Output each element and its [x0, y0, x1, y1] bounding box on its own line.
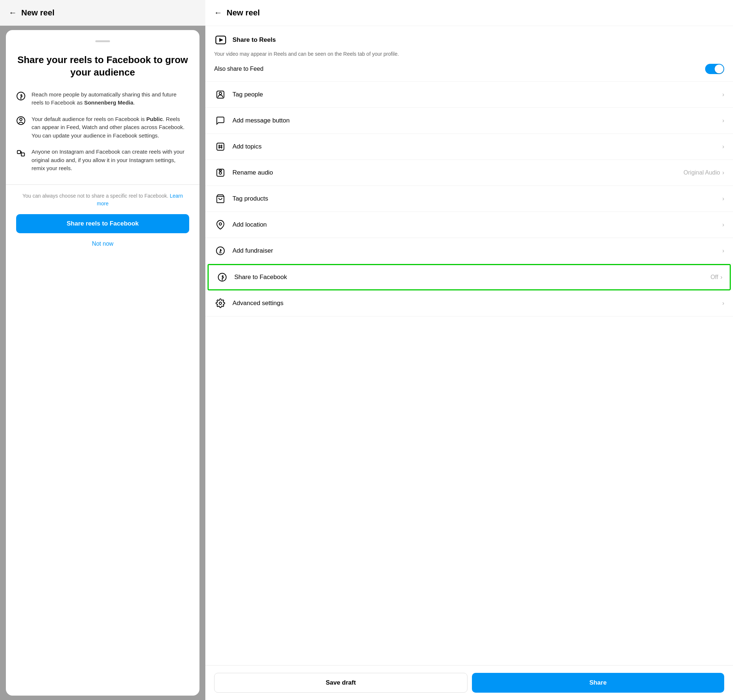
- reels-header: Share to Reels: [214, 33, 724, 47]
- feed-toggle-label: Also share to Feed: [214, 66, 263, 72]
- menu-item-tag-products[interactable]: Tag products›: [205, 186, 733, 212]
- chevron-icon-add-message: ›: [723, 117, 724, 124]
- right-content: Share to Reels Your video may appear in …: [205, 26, 733, 665]
- svg-point-15: [219, 172, 222, 175]
- menu-item-add-message[interactable]: Add message button›: [205, 108, 733, 134]
- audio-icon: [214, 166, 227, 179]
- bottom-actions: Save draft Share: [205, 665, 733, 700]
- feature-text-3: Anyone on Instagram and Facebook can cre…: [31, 148, 189, 173]
- not-now-button[interactable]: Not now: [16, 238, 189, 250]
- feature-text-1: Reach more people by automatically shari…: [31, 91, 189, 107]
- menu-item-label-tag-people: Tag people: [233, 91, 723, 98]
- right-page-title: New reel: [227, 8, 260, 18]
- facebook-icon: [16, 91, 26, 103]
- menu-item-label-add-location: Add location: [233, 221, 723, 228]
- feature-item-remix: Anyone on Instagram and Facebook can cre…: [16, 148, 189, 173]
- hashtag-icon: [214, 140, 227, 153]
- menu-item-label-advanced-settings: Advanced settings: [233, 300, 723, 307]
- disclaimer-text: You can always choose not to share a spe…: [16, 192, 189, 207]
- right-panel: ← New reel Share to Reels Your video may…: [205, 0, 733, 700]
- feature-list: Reach more people by automatically shari…: [16, 91, 189, 173]
- right-back-button[interactable]: ←: [214, 8, 222, 18]
- svg-rect-3: [17, 151, 21, 154]
- menu-item-add-location[interactable]: Add location›: [205, 212, 733, 238]
- left-panel: ← New reel Share your reels to Facebook …: [0, 0, 205, 700]
- chevron-icon-add-location: ›: [723, 222, 724, 228]
- reels-section: Share to Reels Your video may appear in …: [205, 26, 733, 82]
- share-button[interactable]: Share: [472, 673, 724, 693]
- menu-item-add-topics[interactable]: Add topics›: [205, 134, 733, 160]
- feature-item-audience: Your default audience for reels on Faceb…: [16, 115, 189, 140]
- chevron-icon-tag-people: ›: [723, 91, 724, 98]
- menu-item-label-add-fundraiser: Add fundraiser: [233, 247, 723, 254]
- menu-item-value-share-to-facebook: Off: [711, 274, 718, 281]
- feed-toggle-switch[interactable]: [705, 64, 724, 74]
- menu-item-advanced-settings[interactable]: Advanced settings›: [205, 290, 733, 316]
- left-page-title: New reel: [21, 8, 54, 18]
- chevron-icon-rename-audio: ›: [723, 169, 724, 176]
- chevron-icon-share-to-facebook: ›: [721, 274, 723, 281]
- feature-item-facebook: Reach more people by automatically shari…: [16, 91, 189, 107]
- reels-description: Your video may appear in Reels and can b…: [214, 50, 724, 58]
- svg-point-21: [219, 302, 222, 305]
- settings-icon: [214, 297, 227, 309]
- menu-item-label-rename-audio: Rename audio: [233, 169, 683, 176]
- person-tag-icon: [214, 88, 227, 101]
- menu-item-label-tag-products: Tag products: [233, 195, 723, 202]
- person-circle-icon: [16, 116, 26, 128]
- svg-point-8: [219, 93, 222, 95]
- chevron-icon-advanced-settings: ›: [723, 300, 724, 307]
- svg-rect-16: [219, 170, 222, 171]
- left-header: ← New reel: [0, 0, 205, 26]
- chevron-icon-add-fundraiser: ›: [723, 247, 724, 254]
- right-header: ← New reel: [205, 0, 733, 26]
- menu-item-label-add-message: Add message button: [233, 117, 723, 124]
- menu-item-share-to-facebook[interactable]: Share to FacebookOff›: [208, 264, 731, 290]
- svg-rect-4: [21, 153, 25, 156]
- reels-title: Share to Reels: [233, 36, 276, 44]
- facebook-icon: [216, 271, 228, 284]
- location-icon: [214, 219, 227, 231]
- menu-item-label-share-to-facebook: Share to Facebook: [234, 274, 711, 281]
- fundraiser-icon: [214, 244, 227, 257]
- svg-point-18: [219, 223, 222, 225]
- menu-item-value-rename-audio: Original Audio: [683, 169, 720, 176]
- left-card: Share your reels to Facebook to grow you…: [6, 30, 199, 696]
- remix-icon: [16, 149, 26, 160]
- share-reels-to-facebook-button[interactable]: Share reels to Facebook: [16, 214, 189, 233]
- chevron-icon-tag-products: ›: [723, 196, 724, 202]
- feature-text-2: Your default audience for reels on Faceb…: [31, 115, 189, 140]
- menu-item-add-fundraiser[interactable]: Add fundraiser›: [205, 238, 733, 264]
- chevron-icon-add-topics: ›: [723, 143, 724, 150]
- drag-handle: [95, 40, 110, 42]
- svg-marker-6: [219, 38, 223, 42]
- menu-items-list: Tag people›Add message button›Add topics…: [205, 82, 733, 316]
- reels-icon: [214, 33, 227, 47]
- menu-item-label-add-topics: Add topics: [233, 143, 723, 150]
- divider: [6, 184, 199, 185]
- svg-rect-9: [217, 143, 224, 150]
- left-back-button[interactable]: ←: [9, 8, 17, 18]
- menu-item-rename-audio[interactable]: Rename audioOriginal Audio›: [205, 160, 733, 186]
- menu-item-tag-people[interactable]: Tag people›: [205, 82, 733, 108]
- svg-point-2: [20, 118, 22, 121]
- save-draft-button[interactable]: Save draft: [214, 673, 468, 693]
- promo-title: Share your reels to Facebook to grow you…: [16, 54, 189, 79]
- feed-toggle-row: Also share to Feed: [214, 64, 724, 74]
- bag-icon: [214, 193, 227, 205]
- message-icon: [214, 115, 227, 127]
